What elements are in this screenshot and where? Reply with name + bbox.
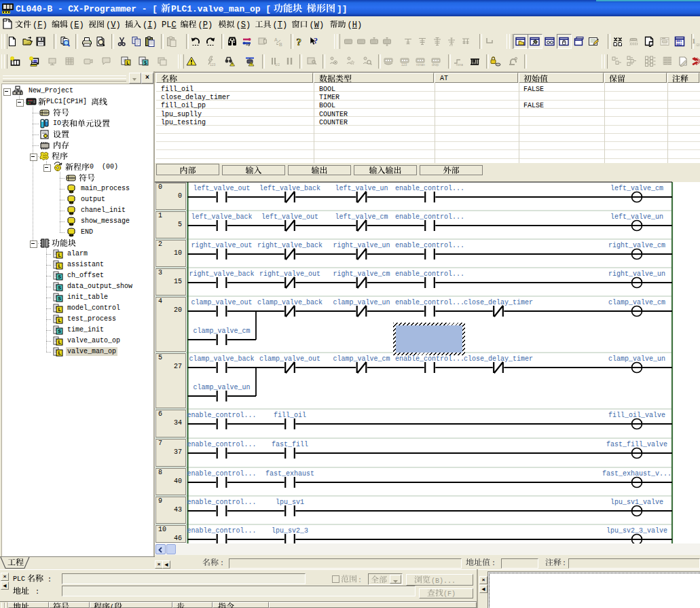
svg-text:lpu_sv1: lpu_sv1 xyxy=(276,499,304,506)
svg-text:clamp_valve_un: clamp_valve_un xyxy=(608,355,665,363)
svg-text:clamp_valve_cm: clamp_valve_cm xyxy=(608,299,665,306)
svg-text:L: L xyxy=(58,339,61,345)
svg-text:enable_control...: enable_control... xyxy=(187,499,256,506)
svg-text:clamp_valve_un: clamp_valve_un xyxy=(333,299,390,306)
svg-text:right_valve_back: right_valve_back xyxy=(257,242,323,249)
svg-text:enable_control...: enable_control... xyxy=(187,470,256,478)
svg-text:left_valve_back: left_valve_back xyxy=(259,185,320,192)
svg-text:clamp_valve_out: clamp_valve_out xyxy=(259,355,320,363)
svg-text:left_valve_back: left_valve_back xyxy=(191,213,252,221)
svg-text:enable_control...: enable_control... xyxy=(187,527,256,535)
svg-text:left_valve_cm: left_valve_cm xyxy=(610,185,663,192)
svg-text:1/2/3: 1/2/3 xyxy=(275,62,280,67)
svg-text:123: 123 xyxy=(401,62,407,67)
svg-text:S: S xyxy=(58,328,61,334)
svg-text:close_delay_timer: close_delay_timer xyxy=(464,299,533,306)
svg-text:lpu_sv2_3: lpu_sv2_3 xyxy=(272,527,308,535)
svg-text:enable_control...: enable_control... xyxy=(395,355,464,363)
svg-text:enable_control...: enable_control... xyxy=(395,299,464,306)
svg-text:lpu_sv1_valve: lpu_sv1_valve xyxy=(610,499,663,506)
svg-text:L: L xyxy=(126,60,129,66)
svg-text:ronan: ronan xyxy=(456,62,463,67)
svg-text:enable_control...: enable_control... xyxy=(395,213,464,221)
svg-text:lpu_sv2_3_valve: lpu_sv2_3_valve xyxy=(606,527,667,535)
svg-text:right_valve_out: right_valve_out xyxy=(259,270,320,278)
svg-text:enable_control...: enable_control... xyxy=(395,185,464,192)
svg-text:?: ? xyxy=(297,37,302,48)
svg-text:L: L xyxy=(58,350,61,356)
svg-text:clamp_valve_cm: clamp_valve_cm xyxy=(193,327,250,335)
svg-text:ronan: ronan xyxy=(416,62,425,67)
svg-text:drop: drop xyxy=(432,62,439,67)
svg-text:right_valve_cm: right_valve_cm xyxy=(333,270,390,278)
svg-text:S: S xyxy=(58,274,61,280)
svg-text:right_valve_out: right_valve_out xyxy=(191,242,252,249)
svg-text:S: S xyxy=(144,60,147,66)
svg-text:left_valve_un: left_valve_un xyxy=(610,213,663,221)
svg-text:left_valve_un: left_valve_un xyxy=(335,185,388,192)
svg-text:B: B xyxy=(279,42,282,47)
svg-text:left_valve_out: left_valve_out xyxy=(193,185,250,192)
svg-text:right_valve_un: right_valve_un xyxy=(608,270,665,278)
svg-text:clamp_valve_un: clamp_valve_un xyxy=(193,384,250,391)
svg-text:enable_control...: enable_control... xyxy=(187,441,256,448)
svg-text:S: S xyxy=(58,285,61,291)
svg-text:fill_oil: fill_oil xyxy=(274,412,306,419)
svg-text:fast_exhaust_v...: fast_exhaust_v... xyxy=(602,470,671,478)
svg-text:clamp_valve_back: clamp_valve_back xyxy=(257,299,323,306)
svg-text:left_valve_out: left_valve_out xyxy=(261,213,318,221)
svg-text:fill_oil_valve: fill_oil_valve xyxy=(608,412,665,419)
svg-text:clamp_valve_out: clamp_valve_out xyxy=(191,299,252,306)
svg-text:right_valve_cm: right_valve_cm xyxy=(608,242,665,249)
svg-text:L: L xyxy=(58,317,61,323)
svg-text:clamp_valve_cm: clamp_valve_cm xyxy=(333,355,390,363)
svg-text:clamp_valve_back: clamp_valve_back xyxy=(189,355,254,363)
svg-text:L: L xyxy=(58,263,61,269)
svg-text:fast_fill_valve: fast_fill_valve xyxy=(606,441,667,448)
svg-text:enable_control...: enable_control... xyxy=(395,242,464,249)
svg-text:L: L xyxy=(58,306,61,312)
svg-text:1: 1 xyxy=(692,37,696,45)
svg-text:A: A xyxy=(274,37,278,42)
svg-text:123: 123 xyxy=(210,62,216,67)
svg-text:002: 002 xyxy=(676,43,682,46)
svg-text:enable_control...: enable_control... xyxy=(187,412,256,419)
svg-text:/2/3: /2/3 xyxy=(696,43,700,47)
svg-text:enable_control...: enable_control... xyxy=(395,270,464,278)
svg-text:right_valve_un: right_valve_un xyxy=(333,242,390,249)
svg-text:left_valve_cm: left_valve_cm xyxy=(335,213,388,221)
svg-text:S: S xyxy=(58,296,61,302)
svg-text:close_delay_timer: close_delay_timer xyxy=(464,355,533,363)
svg-text:fast_fill: fast_fill xyxy=(272,441,308,448)
svg-text:right_valve_back: right_valve_back xyxy=(189,270,254,278)
svg-text:L: L xyxy=(58,252,61,258)
svg-text:fast_exhaust: fast_exhaust xyxy=(265,470,314,478)
svg-text:?: ? xyxy=(314,36,318,46)
